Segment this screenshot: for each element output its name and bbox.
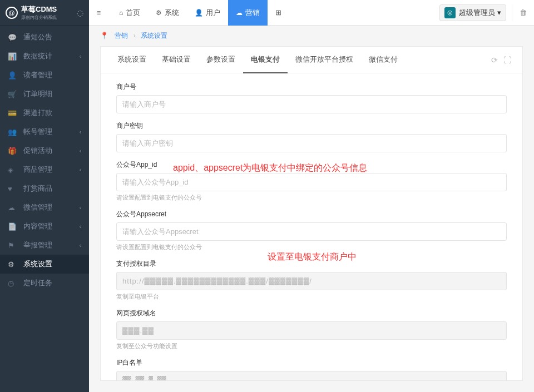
nav-icon: 💳: [8, 109, 18, 117]
refresh-icon[interactable]: ⟳: [491, 56, 498, 64]
menu-toggle[interactable]: ≡: [89, 0, 111, 26]
tab-3[interactable]: 电银支付: [243, 47, 288, 73]
sidebar-item-8[interactable]: ♥打赏商品: [0, 179, 89, 198]
avatar: ◎: [444, 7, 456, 18]
help-auth-domain: 复制至公众号功能设置: [116, 342, 507, 350]
label-auth-domain: 网页授权域名: [116, 309, 507, 318]
nav-icon: 💬: [8, 33, 18, 42]
chevron-left-icon: ‹: [80, 129, 81, 135]
nav-icon: ♥: [8, 185, 18, 193]
nav-label: 渠道打款: [23, 108, 52, 118]
label-merchant-secret: 商户密钥: [116, 121, 507, 131]
apps-button[interactable]: ⊞: [268, 0, 289, 26]
tab-2[interactable]: 参数设置: [199, 47, 243, 73]
help-app-secret: 请设置配置到电银支付的公众号: [116, 243, 507, 251]
form: 开通电银支付后，第三方提供 appid、appsecret为电银支付中绑定的公众…: [101, 73, 522, 381]
nav-label: 读者管理: [23, 70, 52, 80]
sidebar-item-5[interactable]: 👥帐号管理‹: [0, 122, 89, 141]
nav-label: 商品管理: [23, 165, 52, 175]
nav-label: 举报管理: [23, 240, 52, 250]
help-auth-dir: 复制至电银平台: [116, 292, 507, 301]
label-app-secret: 公众号Appsecret: [116, 210, 507, 219]
input-app-secret[interactable]: [116, 222, 507, 241]
chevron-left-icon: ‹: [80, 148, 81, 154]
nav-label: 促销活动: [23, 146, 52, 156]
topnav-icon: ⌂: [119, 9, 123, 17]
nav-icon: ☁: [8, 204, 18, 212]
sidebar-item-6[interactable]: 🎁促销活动‹: [0, 141, 89, 160]
tab-0[interactable]: 系统设置: [110, 47, 154, 73]
topbar: ≡ ⌂首页⚙系统👤用户☁营销 ⊞ ◎ 超级管理员 ▾ 🗑: [89, 0, 534, 26]
topnav-icon: 👤: [195, 9, 203, 17]
sidebar-item-0[interactable]: 💬通知公告: [0, 28, 89, 47]
content-panel: 系统设置基础设置参数设置电银支付微信开放平台授权微信支付 ⟳ ⛶ 开通电银支付后…: [100, 46, 523, 381]
breadcrumb: 📍 营销 › 系统设置: [89, 26, 534, 46]
input-merchant-id[interactable]: [116, 95, 507, 113]
nav-icon: ⚑: [8, 241, 18, 250]
help-app-id: 请设置配置到电银支付的公众号: [116, 193, 507, 202]
chevron-left-icon: ‹: [80, 205, 81, 211]
tabs: 系统设置基础设置参数设置电银支付微信开放平台授权微信支付 ⟳ ⛶: [101, 47, 522, 73]
tint-icon[interactable]: ◌: [77, 8, 83, 17]
topnav-0[interactable]: ⌂首页: [111, 0, 148, 26]
nav-label: 帐号管理: [23, 127, 52, 137]
sidebar-nav: 💬通知公告📊数据统计‹👤读者管理🛒订单明细💳渠道打款👥帐号管理‹🎁促销活动‹◈商…: [0, 26, 89, 392]
sidebar-item-12[interactable]: ⚙系统设置: [0, 255, 89, 274]
chevron-left-icon: ‹: [80, 242, 81, 249]
tab-4[interactable]: 微信开放平台授权: [288, 47, 361, 73]
sidebar-item-4[interactable]: 💳渠道打款: [0, 103, 89, 122]
topnav-icon: ⚙: [156, 9, 162, 17]
label-ip-whitelist: IP白名单: [116, 358, 507, 368]
pin-icon: 📍: [100, 32, 108, 39]
fullscreen-icon[interactable]: ⛶: [503, 56, 511, 64]
nav-label: 系统设置: [23, 259, 52, 269]
nav-label: 数据统计: [23, 51, 52, 61]
sidebar-item-7[interactable]: ◈商品管理‹: [0, 160, 89, 179]
label-merchant-id: 商户号: [116, 82, 507, 92]
tab-1[interactable]: 基础设置: [154, 47, 199, 73]
nav-icon: ◷: [8, 279, 18, 287]
sidebar-item-9[interactable]: ☁微信管理‹: [0, 198, 89, 217]
label-auth-dir: 支付授权目录: [116, 259, 507, 269]
brand-bar: @ 草莓CDMS 原创内容分销系统 ◌: [0, 0, 89, 26]
input-auth-dir[interactable]: [116, 272, 507, 290]
user-menu[interactable]: ◎ 超级管理员 ▾: [439, 4, 506, 21]
crumb-marketing[interactable]: 营销: [115, 32, 128, 39]
input-merchant-secret[interactable]: [116, 134, 507, 152]
topnav-1[interactable]: ⚙系统: [148, 0, 187, 26]
nav-icon: ◈: [8, 166, 18, 174]
nav-label: 打赏商品: [23, 183, 52, 193]
topnav-2[interactable]: 👤用户: [187, 0, 228, 26]
trash-button[interactable]: 🗑: [512, 4, 528, 21]
nav-label: 通知公告: [23, 32, 52, 42]
sidebar-item-1[interactable]: 📊数据统计‹: [0, 47, 89, 66]
nav-label: 定时任务: [23, 278, 52, 288]
nav-label: 微信管理: [23, 202, 52, 212]
chevron-left-icon: ‹: [80, 53, 81, 59]
nav-icon: ⚙: [8, 260, 18, 269]
tab-5[interactable]: 微信支付: [361, 47, 406, 73]
input-auth-domain[interactable]: [116, 321, 507, 340]
sidebar-item-10[interactable]: 📄内容管理‹: [0, 217, 89, 236]
nav-icon: 📊: [8, 52, 18, 61]
chevron-left-icon: ‹: [80, 167, 81, 173]
input-ip-whitelist[interactable]: [116, 371, 507, 381]
caret-down-icon: ▾: [497, 8, 501, 17]
label-app-id: 公众号App_id: [116, 160, 507, 170]
sidebar-item-11[interactable]: ⚑举报管理‹: [0, 236, 89, 255]
topnav-icon: ☁: [236, 9, 243, 17]
chevron-left-icon: ‹: [80, 224, 81, 230]
nav-icon: 👤: [8, 71, 18, 80]
nav-icon: 🛒: [8, 90, 18, 98]
topnav-3[interactable]: ☁营销: [228, 0, 268, 26]
sidebar-item-13[interactable]: ◷定时任务: [0, 274, 89, 292]
nav-icon: 👥: [8, 128, 18, 136]
main-area: ≡ ⌂首页⚙系统👤用户☁营销 ⊞ ◎ 超级管理员 ▾ 🗑 📍 营销 › 系统设置: [89, 0, 534, 392]
brand-name: 草莓CDMS: [21, 4, 57, 14]
crumb-settings[interactable]: 系统设置: [141, 32, 167, 39]
nav-label: 订单明细: [23, 89, 52, 99]
nav-icon: 🎁: [8, 147, 18, 155]
sidebar-item-2[interactable]: 👤读者管理: [0, 66, 89, 85]
sidebar-item-3[interactable]: 🛒订单明细: [0, 85, 89, 103]
input-app-id[interactable]: [116, 173, 507, 191]
